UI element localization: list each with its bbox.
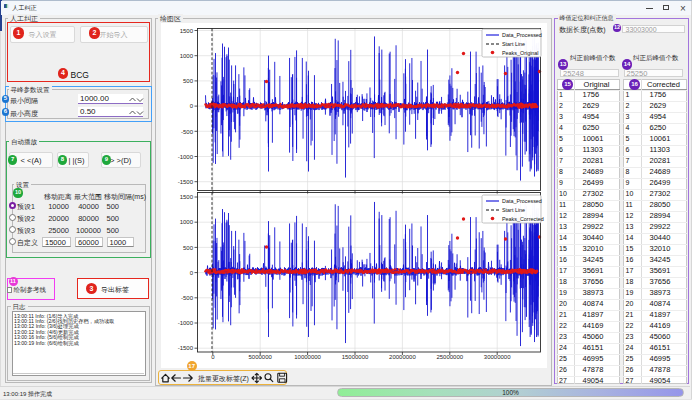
svg-text:-1500: -1500 [177, 345, 193, 351]
svg-text:Peaks_Original: Peaks_Original [502, 50, 539, 56]
svg-text:Peaks_Corrected: Peaks_Corrected [502, 216, 544, 222]
svg-text:5000000: 5000000 [248, 354, 272, 360]
svg-text:500: 500 [182, 78, 193, 84]
svg-text:1500: 1500 [179, 194, 193, 200]
svg-text:1000: 1000 [179, 52, 193, 58]
svg-text:-1500: -1500 [177, 178, 193, 184]
svg-text:500: 500 [182, 244, 193, 250]
svg-text:10000000: 10000000 [294, 354, 321, 360]
svg-text:-1000: -1000 [177, 153, 193, 159]
svg-text:Start Line: Start Line [502, 207, 525, 213]
svg-text:20000000: 20000000 [389, 354, 416, 360]
svg-text:Start Line: Start Line [502, 41, 525, 47]
svg-text:-500: -500 [180, 128, 193, 134]
svg-text:Data_Processed: Data_Processed [502, 198, 542, 204]
svg-text:Data_Processed: Data_Processed [502, 32, 542, 38]
svg-text:-1000: -1000 [177, 320, 193, 326]
svg-text:25000000: 25000000 [436, 354, 463, 360]
svg-text:1000: 1000 [179, 219, 193, 225]
svg-text:15000000: 15000000 [341, 354, 368, 360]
svg-text:30000000: 30000000 [483, 354, 510, 360]
svg-text:1500: 1500 [179, 27, 193, 33]
svg-text:-500: -500 [180, 295, 193, 301]
